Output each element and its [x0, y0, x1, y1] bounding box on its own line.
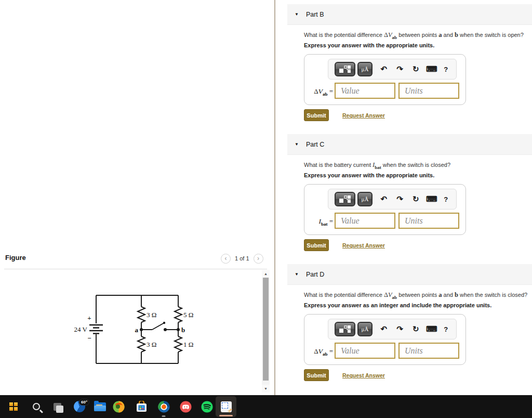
units-button[interactable]: μÅ	[357, 62, 373, 76]
figure-next-button[interactable]: ›	[254, 254, 263, 264]
part-b-section: ▼ Part B What is the potential differenc…	[275, 4, 532, 134]
help-icon[interactable]: ?	[440, 325, 452, 333]
circuit-diagram: + − 24 V 3 Ω 5 Ω 3 Ω 1 Ω a b	[73, 287, 208, 373]
help-icon[interactable]: ?	[440, 195, 452, 203]
figure-pager: ‹ 1 of 1 ›	[221, 253, 263, 264]
scroll-down-icon[interactable]: ▼	[262, 385, 270, 393]
submit-row: Submit Request Answer	[304, 369, 385, 381]
search-icon	[33, 403, 40, 410]
undo-icon[interactable]: ↶	[376, 194, 392, 204]
scroll-up-icon[interactable]: ▲	[262, 270, 270, 278]
reset-icon[interactable]: ↻	[408, 64, 424, 74]
part-d-header[interactable]: ▼ Part D	[287, 264, 532, 285]
spotify-icon	[201, 401, 213, 413]
discord-icon	[180, 401, 192, 413]
active-app-indicator	[219, 415, 233, 416]
store-button[interactable]	[131, 396, 152, 417]
search-button[interactable]	[26, 396, 47, 417]
discord-button[interactable]	[175, 396, 196, 417]
answer-variable-label: ΔVab =	[304, 87, 333, 97]
keyboard-icon[interactable]: ⌨	[424, 324, 440, 334]
redo-icon[interactable]: ↷	[392, 64, 408, 74]
units-input[interactable]	[398, 213, 459, 229]
part-title: Part B	[306, 11, 324, 18]
snipping-tool-button[interactable]: ✂	[216, 396, 236, 417]
instruction-text: Express your answer with the appropriate…	[304, 42, 434, 48]
submit-button[interactable]: Submit	[304, 109, 329, 121]
question-text: What is the potential difference ΔVab be…	[304, 31, 530, 41]
request-answer-link[interactable]: Request Answer	[342, 242, 385, 249]
weather-icon: 60°	[74, 401, 85, 412]
answer-row: ΔVab =	[304, 343, 466, 360]
figure-divider	[4, 269, 267, 269]
windows-logo-icon	[9, 402, 18, 411]
redo-icon[interactable]: ↷	[392, 194, 408, 204]
answer-box: μÅ ↶ ↷ ↻ ⌨ ? Ibat =	[304, 184, 466, 235]
undo-icon[interactable]: ↶	[376, 64, 392, 74]
undo-icon[interactable]: ↶	[376, 324, 392, 334]
answer-row: Ibat =	[304, 213, 466, 230]
weather-widget-button[interactable]: 60°	[69, 396, 90, 417]
start-button[interactable]	[3, 396, 24, 417]
reset-icon[interactable]: ↻	[408, 194, 424, 204]
scrollbar-thumb[interactable]	[263, 278, 269, 381]
snipping-tool-icon: ✂	[221, 401, 232, 412]
reset-icon[interactable]: ↻	[408, 324, 424, 334]
collapse-caret-icon[interactable]: ▼	[295, 272, 299, 277]
instruction-text: Express your answer as an integer and in…	[304, 302, 491, 308]
part-c-header[interactable]: ▼ Part C	[287, 134, 532, 155]
question-text: What is the potential difference ΔVab be…	[304, 291, 530, 301]
equation-toolbar: μÅ ↶ ↷ ↻ ⌨ ?	[328, 319, 457, 339]
browser-button[interactable]	[153, 396, 174, 417]
request-answer-link[interactable]: Request Answer	[342, 112, 385, 119]
redo-icon[interactable]: ↷	[392, 324, 408, 334]
file-explorer-icon	[94, 402, 106, 411]
task-view-button[interactable]	[47, 396, 68, 417]
figure-page-indicator: 1 of 1	[235, 255, 249, 262]
units-input[interactable]	[398, 343, 459, 359]
file-explorer-button[interactable]	[89, 396, 110, 417]
taskbar: 60°	[0, 395, 532, 418]
question-text: What is the battery current Ibat when th…	[304, 161, 530, 171]
part-b-header[interactable]: ▼ Part B	[287, 4, 532, 25]
temperature-badge: 60°	[79, 399, 89, 406]
template-button[interactable]	[335, 322, 355, 336]
figure-scrollbar[interactable]: ▲ ▼	[262, 270, 270, 393]
units-button[interactable]: μÅ	[357, 322, 373, 336]
help-icon[interactable]: ?	[440, 66, 452, 73]
value-input[interactable]	[335, 83, 395, 99]
browser-icon	[158, 401, 170, 413]
collapse-caret-icon[interactable]: ▼	[295, 12, 299, 17]
part-title: Part D	[306, 271, 324, 278]
units-button[interactable]: μÅ	[357, 192, 373, 206]
answer-box: μÅ ↶ ↷ ↻ ⌨ ? ΔVab =	[304, 314, 466, 365]
submit-row: Submit Request Answer	[304, 239, 385, 251]
store-icon	[136, 401, 147, 412]
answer-row: ΔVab =	[304, 83, 466, 100]
figure-panel: Figure ‹ 1 of 1 ›	[0, 251, 274, 395]
running-indicator	[162, 415, 166, 417]
node-a-label: a	[135, 326, 139, 334]
value-input[interactable]	[335, 343, 395, 359]
units-input[interactable]	[398, 83, 459, 99]
keyboard-icon[interactable]: ⌨	[424, 64, 440, 74]
request-answer-link[interactable]: Request Answer	[342, 372, 385, 378]
template-button[interactable]	[335, 192, 355, 206]
edge-button[interactable]	[108, 396, 129, 417]
submit-button[interactable]: Submit	[304, 369, 329, 381]
submit-button[interactable]: Submit	[304, 239, 329, 251]
resistor-top-left-label: 3 Ω	[147, 311, 156, 319]
part-c-section: ▼ Part C What is the battery current Iba…	[275, 134, 532, 264]
answer-variable-label: ΔVab =	[304, 347, 333, 357]
answer-variable-label: Ibat =	[304, 217, 333, 227]
value-input[interactable]	[335, 213, 395, 229]
collapse-caret-icon[interactable]: ▼	[295, 142, 299, 147]
resistor-top-right-label: 5 Ω	[183, 311, 193, 319]
node-b-label: b	[181, 326, 185, 334]
spotify-button[interactable]	[196, 396, 217, 417]
keyboard-icon[interactable]: ⌨	[424, 194, 440, 204]
template-button[interactable]	[335, 62, 355, 76]
battery-minus-label: −	[87, 334, 91, 342]
figure-prev-button[interactable]: ‹	[221, 254, 231, 264]
answer-box: μÅ ↶ ↷ ↻ ⌨ ? ΔVab =	[304, 54, 466, 105]
